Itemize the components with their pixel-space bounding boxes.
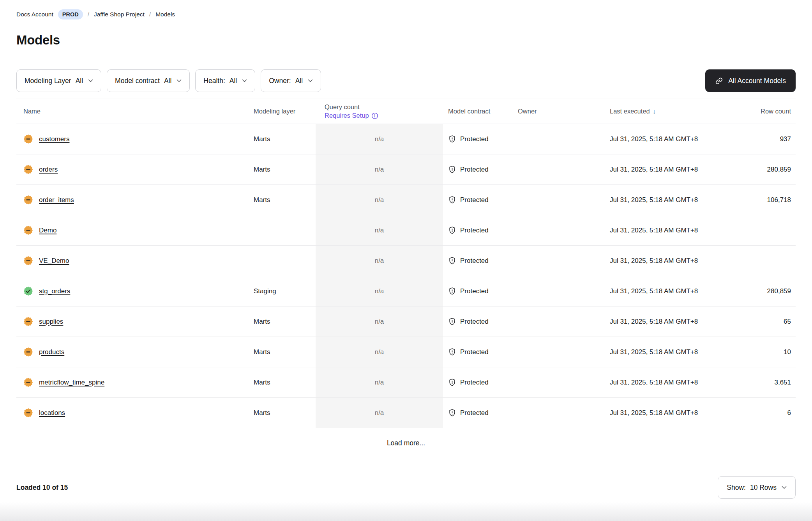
last-executed-label: Last executed [610, 108, 650, 115]
health-warning-icon [23, 408, 33, 418]
row-count-cell: 3,651 [727, 367, 796, 397]
last-executed-cell: Jul 31, 2025, 5:18 AM GMT+8 [610, 337, 727, 367]
owner-cell [518, 276, 610, 306]
row-count-cell [727, 246, 796, 276]
filter-bar: Modeling Layer All Model contract All He… [16, 69, 796, 92]
chevron-down-icon [242, 79, 247, 83]
model-name-link[interactable]: locations [39, 409, 65, 417]
name-cell: supplies [16, 307, 254, 337]
query-count-cell: n/a [316, 307, 443, 337]
last-executed-cell: Jul 31, 2025, 5:18 AM GMT+8 [610, 246, 727, 276]
name-cell: Demo [16, 215, 254, 245]
model-contract-cell: Protected [443, 276, 518, 306]
model-contract-filter[interactable]: Model contract All [107, 69, 190, 92]
col-header-model-contract[interactable]: Model contract [443, 108, 518, 115]
filter-label: Modeling Layer [25, 77, 71, 85]
table-row: products Marts n/a Protected Jul 31, 202… [16, 337, 796, 367]
model-name-link[interactable]: metricflow_time_spine [39, 379, 104, 386]
health-filter[interactable]: Health: All [195, 69, 255, 92]
filter-value: All [295, 77, 303, 85]
model-name-link[interactable]: order_items [39, 196, 74, 204]
model-contract-cell: Protected [443, 246, 518, 276]
breadcrumb-separator: / [149, 11, 151, 18]
row-count-cell: 937 [727, 124, 796, 154]
last-executed-cell: Jul 31, 2025, 5:18 AM GMT+8 [610, 307, 727, 337]
contract-label: Protected [460, 257, 489, 265]
breadcrumb-project[interactable]: Jaffle Shop Project [94, 11, 145, 18]
contract-label: Protected [460, 287, 489, 295]
model-name-link[interactable]: orders [39, 166, 58, 174]
table-row: metricflow_time_spine Marts n/a Protecte… [16, 367, 796, 397]
table-row: orders Marts n/a Protected Jul 31, 2025,… [16, 154, 796, 184]
col-header-last-executed[interactable]: Last executed ↓ [610, 108, 727, 115]
table-header-row: Name Modeling layer Query count Requires… [16, 99, 796, 124]
col-header-name[interactable]: Name [16, 108, 254, 115]
breadcrumb-separator: / [88, 11, 89, 18]
model-contract-cell: Protected [443, 307, 518, 337]
query-count-cell: n/a [316, 215, 443, 245]
all-account-models-button[interactable]: All Account Models [705, 69, 796, 92]
col-header-row-count[interactable]: Row count [727, 108, 796, 115]
modeling-layer-cell [254, 215, 316, 245]
load-more-row: Load more... [16, 428, 796, 458]
row-count-cell: 280,859 [727, 276, 796, 306]
show-value: 10 Rows [750, 484, 777, 492]
model-contract-cell: Protected [443, 185, 518, 215]
shield-exclamation-icon [448, 196, 456, 204]
modeling-layer-filter[interactable]: Modeling Layer All [16, 69, 101, 92]
name-cell: products [16, 337, 254, 367]
requires-setup-link[interactable]: Requires Setup [325, 112, 378, 119]
col-header-owner[interactable]: Owner [518, 108, 610, 115]
query-count-cell: n/a [316, 276, 443, 306]
col-header-modeling-layer[interactable]: Modeling layer [254, 108, 316, 115]
health-warning-icon [23, 165, 33, 174]
model-name-link[interactable]: Demo [39, 227, 56, 234]
filter-label: Owner: [269, 77, 291, 85]
modeling-layer-cell: Marts [254, 337, 316, 367]
breadcrumb: Docs Account PROD / Jaffle Shop Project … [16, 0, 796, 19]
rows-per-page-dropdown[interactable]: Show: 10 Rows [718, 476, 796, 499]
name-cell: locations [16, 398, 254, 428]
last-executed-cell: Jul 31, 2025, 5:18 AM GMT+8 [610, 124, 727, 154]
info-icon[interactable] [371, 112, 378, 119]
owner-filter[interactable]: Owner: All [261, 69, 321, 92]
shield-exclamation-icon [448, 317, 456, 326]
name-cell: metricflow_time_spine [16, 367, 254, 397]
requires-setup-label: Requires Setup [325, 112, 369, 119]
contract-label: Protected [460, 379, 489, 386]
filter-value: All [164, 77, 171, 85]
link-icon [715, 77, 723, 85]
load-more-button[interactable]: Load more... [387, 439, 425, 447]
shield-exclamation-icon [448, 287, 456, 295]
name-cell: stg_orders [16, 276, 254, 306]
filter-value: All [76, 77, 83, 85]
filter-value: All [229, 77, 237, 85]
query-count-cell: n/a [316, 398, 443, 428]
model-name-link[interactable]: supplies [39, 318, 63, 326]
model-name-link[interactable]: products [39, 348, 64, 356]
name-cell: order_items [16, 185, 254, 215]
row-count-cell: 65 [727, 307, 796, 337]
environment-badge: PROD [58, 9, 83, 19]
health-warning-icon [23, 134, 33, 144]
models-table: Name Modeling layer Query count Requires… [16, 99, 796, 458]
filter-label: Health: [203, 77, 225, 85]
query-count-cell: n/a [316, 185, 443, 215]
breadcrumb-account[interactable]: Docs Account [16, 11, 53, 18]
query-count-cell: n/a [316, 154, 443, 184]
shield-exclamation-icon [448, 409, 456, 417]
model-name-link[interactable]: VE_Demo [39, 257, 69, 265]
model-name-link[interactable]: customers [39, 135, 69, 143]
model-name-link[interactable]: stg_orders [39, 287, 70, 295]
table-row: locations Marts n/a Protected Jul 31, 20… [16, 397, 796, 428]
shield-exclamation-icon [448, 226, 456, 234]
contract-label: Protected [460, 318, 489, 326]
models-page: Docs Account PROD / Jaffle Shop Project … [0, 0, 812, 521]
query-count-cell: n/a [316, 124, 443, 154]
last-executed-cell: Jul 31, 2025, 5:18 AM GMT+8 [610, 276, 727, 306]
health-warning-icon [23, 256, 33, 266]
model-contract-cell: Protected [443, 398, 518, 428]
all-account-models-label: All Account Models [728, 77, 786, 85]
shield-exclamation-icon [448, 378, 456, 386]
shield-exclamation-icon [448, 135, 456, 143]
